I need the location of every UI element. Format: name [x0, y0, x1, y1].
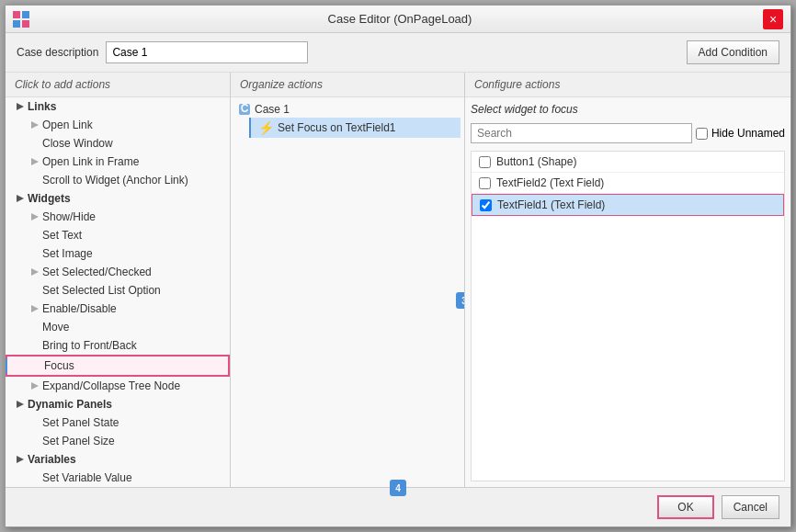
app-icon [13, 10, 31, 28]
tree-section-dynamic-panels[interactable]: Dynamic Panels [6, 395, 230, 413]
ok-button[interactable]: OK [657, 495, 713, 519]
widget-row-tf2[interactable]: TextField2 (Text Field) [472, 173, 784, 194]
open-link-frame-label: Open Link in Frame [42, 155, 139, 168]
btn1-checkbox[interactable] [479, 156, 491, 168]
case-description-row: Case description Add Condition [6, 33, 790, 73]
show-hide-label: Show/Hide [42, 210, 96, 223]
links-label: Links [28, 100, 56, 113]
btn1-label: Button1 (Shape) [496, 155, 576, 168]
configure-header: Configure actions [465, 73, 790, 97]
close-window-label: Close Window [42, 137, 113, 150]
configure-sub-label: Select widget to focus [471, 103, 785, 116]
tree-item-set-image[interactable]: Set Image [6, 244, 230, 263]
action-item[interactable]: ⚡ Set Focus on TextField1 [249, 118, 461, 138]
svg-marker-10 [31, 305, 39, 312]
tree-section-variables[interactable]: Variables [6, 450, 230, 469]
close-button[interactable]: × [763, 9, 783, 29]
dynamic-panels-label: Dynamic Panels [28, 398, 112, 411]
expand-links-icon [13, 99, 28, 114]
tree-item-set-panel-size[interactable]: Set Panel Size [6, 432, 230, 450]
action-icon: ⚡ [258, 120, 274, 135]
tree-item-set-selected[interactable]: Set Selected/Checked [6, 263, 230, 281]
svg-marker-13 [17, 456, 24, 463]
no-arrow10 [28, 434, 42, 448]
move-label: Move [42, 321, 69, 334]
svg-marker-6 [31, 158, 39, 165]
badge-4: 4 [390, 480, 406, 496]
footer: 4 OK Cancel [6, 487, 790, 526]
scroll-to-widget-label: Scroll to Widget (Anchor Link) [42, 174, 188, 187]
tree-item-close-window[interactable]: Close Window [6, 134, 230, 153]
svg-marker-9 [31, 268, 39, 276]
expand-dynamic-panels-icon [13, 397, 28, 412]
title-bar: Case Editor (OnPageLoad) × [6, 6, 790, 33]
expand-enable-disable-icon [28, 301, 42, 316]
case-node-label: Case 1 [255, 103, 290, 116]
svg-text:C: C [241, 103, 249, 115]
no-arrow4 [28, 246, 42, 261]
hide-unnamed-checkbox[interactable] [696, 128, 708, 140]
no-arrow5 [28, 283, 42, 298]
badge-2: 2 [6, 357, 7, 374]
badge-3: 3 [456, 292, 465, 309]
tree-item-set-text[interactable]: Set Text [6, 226, 230, 244]
svg-marker-5 [31, 121, 39, 129]
tree-item-set-panel-state[interactable]: Set Panel State [6, 413, 230, 432]
action-label: Set Focus on TextField1 [278, 121, 396, 134]
expand-widgets-icon [13, 191, 28, 206]
svg-rect-1 [22, 11, 29, 18]
svg-marker-12 [17, 401, 24, 408]
open-link-label: Open Link [42, 119, 93, 131]
tree-item-scroll-to-widget[interactable]: Scroll to Widget (Anchor Link) [6, 171, 230, 189]
hide-unnamed-label: Hide Unnamed [711, 127, 785, 140]
dialog-title: Case Editor (OnPageLoad) [37, 12, 763, 26]
no-arrow3 [28, 228, 42, 243]
tf1-label: TextField1 (Text Field) [497, 198, 605, 211]
tf1-checkbox[interactable] [480, 199, 492, 211]
tree-section-widgets[interactable]: Widgets [6, 189, 230, 208]
expand-set-selected-icon [28, 265, 42, 279]
hide-unnamed-row: Hide Unnamed [696, 127, 785, 140]
no-arrow [28, 136, 42, 151]
svg-marker-7 [17, 195, 24, 202]
tree-item-move[interactable]: Move [6, 318, 230, 336]
set-panel-size-label: Set Panel Size [42, 435, 115, 447]
tree-item-set-variable-value[interactable]: Set Variable Value [6, 469, 230, 487]
tree-item-focus[interactable]: Focus 2 [6, 355, 230, 377]
configure-content: Select widget to focus Hide Unnamed Butt… [465, 97, 790, 487]
expand-variables-icon [13, 452, 28, 467]
case-desc-input[interactable] [106, 41, 308, 63]
case-desc-label: Case description [17, 46, 98, 59]
middle-panel: Organize actions C Case 1 ⚡ Set Focus on… [231, 73, 465, 487]
action-tree: Links Open Link Close Window Open L [6, 97, 230, 487]
organize-content: C Case 1 ⚡ Set Focus on TextField1 [231, 97, 464, 487]
tf2-checkbox[interactable] [479, 177, 491, 189]
tree-section-links[interactable]: Links [6, 97, 230, 116]
svg-marker-8 [31, 213, 39, 221]
tree-item-open-link-frame[interactable]: Open Link in Frame [6, 153, 230, 171]
tree-item-enable-disable[interactable]: Enable/Disable [6, 300, 230, 318]
case-node-icon: C [238, 103, 251, 116]
svg-marker-4 [17, 103, 24, 110]
no-arrow7 [28, 338, 42, 353]
cancel-button[interactable]: Cancel [722, 495, 779, 519]
widget-row-tf1[interactable]: TextField1 (Text Field) [472, 194, 784, 216]
expand-expand-collapse-icon [28, 379, 42, 393]
svg-rect-0 [13, 11, 20, 18]
tree-item-expand-collapse[interactable]: Expand/Collapse Tree Node [6, 377, 230, 395]
tree-item-set-selected-list[interactable]: Set Selected List Option [6, 281, 230, 300]
case-node[interactable]: C Case 1 [234, 101, 461, 118]
organize-header: Organize actions [231, 73, 464, 97]
variables-label: Variables [28, 453, 76, 466]
tree-item-show-hide[interactable]: Show/Hide [6, 208, 230, 226]
case-editor-dialog: Case Editor (OnPageLoad) × Case descript… [5, 5, 791, 527]
add-condition-button[interactable]: Add Condition [687, 40, 779, 64]
bring-front-back-label: Bring to Front/Back [42, 339, 137, 352]
set-variable-value-label: Set Variable Value [42, 471, 132, 484]
widget-row-btn1[interactable]: Button1 (Shape) [472, 152, 784, 173]
tree-item-open-link[interactable]: Open Link [6, 116, 230, 134]
search-input[interactable] [471, 123, 692, 143]
widgets-label: Widgets [28, 192, 71, 205]
search-row: Hide Unnamed [471, 123, 785, 143]
tree-item-bring-front-back[interactable]: Bring to Front/Back [6, 336, 230, 355]
